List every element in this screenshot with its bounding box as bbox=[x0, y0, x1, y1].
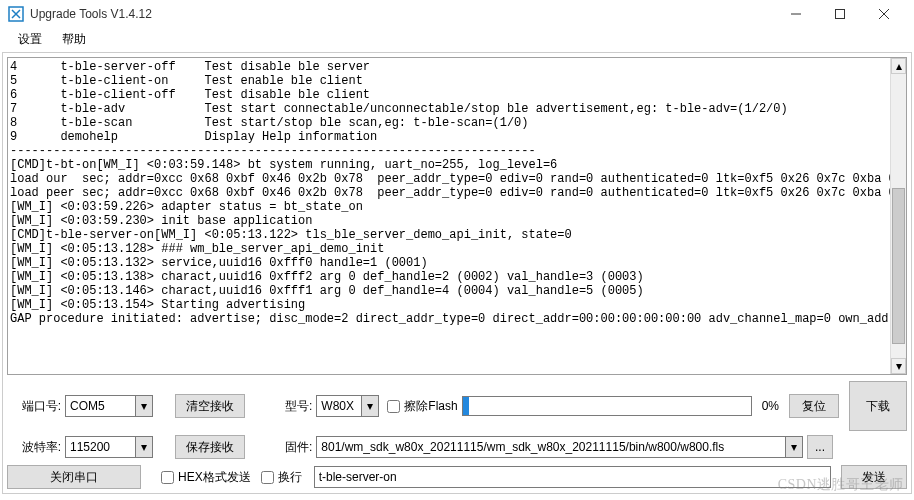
download-button[interactable]: 下载 bbox=[849, 381, 907, 431]
baud-dropdown-icon[interactable]: ▾ bbox=[135, 436, 153, 458]
model-input[interactable] bbox=[316, 395, 361, 417]
firmware-combo[interactable]: ▾ bbox=[316, 436, 803, 458]
port-input[interactable] bbox=[65, 395, 135, 417]
firmware-browse-button[interactable]: ... bbox=[807, 435, 833, 459]
close-port-button[interactable]: 关闭串口 bbox=[7, 465, 141, 489]
scroll-up-icon[interactable]: ▴ bbox=[891, 58, 906, 74]
menubar: 设置 帮助 bbox=[0, 28, 914, 50]
menu-settings[interactable]: 设置 bbox=[8, 29, 52, 50]
port-label: 端口号: bbox=[7, 398, 61, 415]
log-scrollbar[interactable]: ▴ ▾ bbox=[890, 58, 906, 374]
clear-recv-button[interactable]: 清空接收 bbox=[175, 394, 245, 418]
menu-help[interactable]: 帮助 bbox=[52, 29, 96, 50]
window-title: Upgrade Tools V1.4.12 bbox=[30, 7, 774, 21]
titlebar: Upgrade Tools V1.4.12 bbox=[0, 0, 914, 28]
hex-send-label: HEX格式发送 bbox=[178, 469, 251, 486]
erase-flash-label: 擦除Flash bbox=[404, 398, 457, 415]
model-combo[interactable]: ▾ bbox=[316, 395, 379, 417]
close-button[interactable] bbox=[862, 0, 906, 28]
baud-label: 波特率: bbox=[7, 439, 61, 456]
app-icon bbox=[8, 6, 24, 22]
firmware-input[interactable] bbox=[316, 436, 785, 458]
svg-rect-1 bbox=[836, 10, 845, 19]
row-baud: 波特率: ▾ 保存接收 固件: ▾ ... bbox=[7, 435, 907, 459]
scroll-down-icon[interactable]: ▾ bbox=[891, 358, 906, 374]
send-button[interactable]: 发送 bbox=[841, 465, 907, 489]
reset-button[interactable]: 复位 bbox=[789, 394, 839, 418]
progress-percent: 0% bbox=[762, 399, 779, 413]
log-area: 4 t-ble-server-off Test disable ble serv… bbox=[7, 57, 907, 375]
model-dropdown-icon[interactable]: ▾ bbox=[361, 395, 379, 417]
newline-checkbox[interactable] bbox=[261, 471, 274, 484]
command-input[interactable] bbox=[314, 466, 831, 488]
scroll-thumb[interactable] bbox=[892, 188, 905, 344]
model-label: 型号: bbox=[285, 398, 312, 415]
maximize-button[interactable] bbox=[818, 0, 862, 28]
port-combo[interactable]: ▾ bbox=[65, 395, 153, 417]
progress-bar bbox=[462, 396, 752, 416]
port-dropdown-icon[interactable]: ▾ bbox=[135, 395, 153, 417]
hex-send-checkbox[interactable] bbox=[161, 471, 174, 484]
erase-flash-checkbox[interactable] bbox=[387, 400, 400, 413]
baud-combo[interactable]: ▾ bbox=[65, 436, 153, 458]
main-panel: 4 t-ble-server-off Test disable ble serv… bbox=[2, 52, 912, 494]
firmware-dropdown-icon[interactable]: ▾ bbox=[785, 436, 803, 458]
row-port: 端口号: ▾ 清空接收 型号: ▾ 擦除Flash 0% 复位 下载 bbox=[7, 381, 907, 431]
newline-label: 换行 bbox=[278, 469, 302, 486]
baud-input[interactable] bbox=[65, 436, 135, 458]
minimize-button[interactable] bbox=[774, 0, 818, 28]
firmware-label: 固件: bbox=[285, 439, 312, 456]
save-recv-button[interactable]: 保存接收 bbox=[175, 435, 245, 459]
log-text[interactable]: 4 t-ble-server-off Test disable ble serv… bbox=[8, 58, 890, 374]
row-send: 关闭串口 HEX格式发送 换行 发送 bbox=[7, 465, 907, 489]
